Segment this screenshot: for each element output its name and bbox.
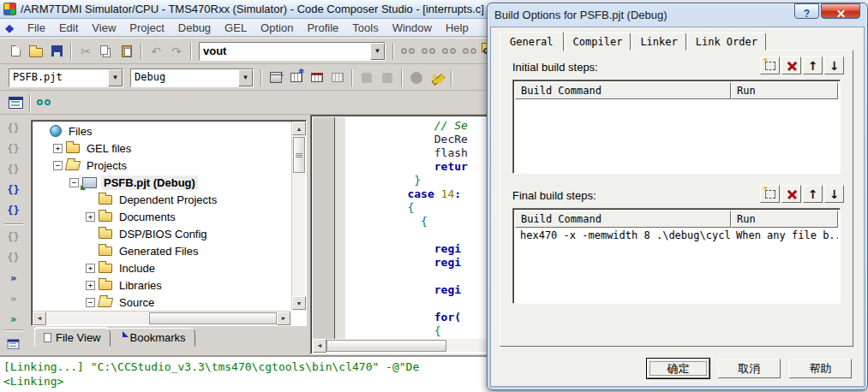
chevron-down-icon[interactable]: ▼ bbox=[370, 43, 385, 60]
dialog-close-button[interactable] bbox=[821, 3, 860, 19]
incremental-build-button[interactable] bbox=[286, 68, 307, 87]
tree-item[interactable]: Files bbox=[33, 122, 290, 140]
cut-button[interactable]: ✂ bbox=[75, 41, 96, 61]
search-help-button[interactable] bbox=[459, 41, 480, 61]
step-out-button[interactable]: {} bbox=[3, 159, 25, 180]
copy-button[interactable] bbox=[96, 41, 117, 61]
help-button[interactable]: 帮助 bbox=[789, 359, 852, 378]
project-combobox[interactable]: PSFB.pjt ▼ bbox=[9, 68, 123, 87]
menu-window[interactable]: Window bbox=[386, 20, 439, 36]
project-value[interactable]: PSFB.pjt bbox=[9, 69, 108, 86]
find-word-button[interactable] bbox=[439, 41, 459, 61]
scroll-left-icon[interactable]: ◄ bbox=[33, 312, 46, 325]
chevron-down-icon[interactable]: ▼ bbox=[238, 69, 253, 86]
undo-button[interactable]: ↶ bbox=[146, 41, 166, 61]
menu-view[interactable]: View bbox=[85, 20, 123, 36]
column-header[interactable]: Build Command bbox=[515, 211, 731, 228]
scroll-left-icon[interactable]: ◄ bbox=[313, 339, 326, 353]
column-header[interactable]: Build Command bbox=[515, 82, 731, 99]
dialog-help-button[interactable]: ? bbox=[794, 3, 819, 19]
menu-project[interactable]: Project bbox=[123, 20, 171, 36]
move-step-up-button[interactable]: ↑ bbox=[803, 185, 823, 203]
set-pc-to-cursor-button[interactable]: {} bbox=[3, 247, 25, 268]
breakpoint-margin[interactable] bbox=[313, 117, 335, 339]
new-document-button[interactable] bbox=[5, 41, 26, 61]
rebuild-all-button[interactable] bbox=[307, 68, 327, 87]
quick-watch-button[interactable] bbox=[34, 93, 55, 113]
save-button[interactable] bbox=[46, 41, 67, 61]
find-next-button[interactable] bbox=[398, 41, 418, 61]
tree-item[interactable]: +Libraries bbox=[33, 276, 290, 294]
configuration-value[interactable]: Debug bbox=[131, 69, 238, 86]
expand-plus-icon[interactable]: + bbox=[53, 144, 63, 153]
step-over-button[interactable]: {} bbox=[3, 139, 25, 159]
table-row[interactable]: hex470 -x -memwidth 8 .\debug\cyclone...… bbox=[515, 228, 838, 244]
menu-edit[interactable]: Edit bbox=[52, 20, 85, 36]
cancel-button[interactable]: 取消 bbox=[718, 359, 781, 378]
search-combobox[interactable]: vout ▼ bbox=[199, 42, 386, 61]
step-into-button[interactable]: {} bbox=[3, 118, 25, 139]
search-value[interactable]: vout bbox=[200, 43, 370, 60]
final-build-steps-table[interactable]: Build CommandRunhex470 -x -memwidth 8 .\… bbox=[512, 208, 841, 304]
tab-file-view[interactable]: File View bbox=[34, 328, 111, 347]
tree-vertical-scrollbar[interactable]: ▲ ▼ bbox=[291, 122, 305, 310]
table-cell[interactable]: hex470 -x -memwidth 8 .\debug\cyclone... bbox=[515, 228, 731, 244]
tab-bookmarks[interactable]: Bookmarks bbox=[109, 328, 195, 347]
paste-button[interactable] bbox=[117, 41, 137, 61]
scroll-up-icon[interactable]: ▲ bbox=[292, 122, 306, 135]
tree-item[interactable]: −Source bbox=[33, 294, 290, 310]
chevron-down-icon[interactable]: ▼ bbox=[108, 69, 123, 86]
animate-button[interactable]: » bbox=[3, 309, 25, 330]
column-header[interactable]: Run bbox=[731, 211, 838, 228]
move-step-down-button[interactable]: ↓ bbox=[824, 56, 844, 74]
dialog-tab-compiler[interactable]: Compiler bbox=[565, 33, 632, 50]
dialog-tab-general[interactable]: General bbox=[500, 32, 564, 51]
scroll-down-icon[interactable]: ▼ bbox=[292, 296, 306, 310]
delete-step-button[interactable] bbox=[781, 56, 801, 74]
stop-build-button[interactable] bbox=[327, 68, 348, 87]
tree-item[interactable]: +GEL files bbox=[33, 140, 290, 157]
table-body[interactable] bbox=[515, 99, 838, 171]
tree-item[interactable]: −PSFB.pjt (Debug) bbox=[33, 174, 290, 191]
halt-processor-button[interactable]: » bbox=[3, 288, 25, 309]
menu-gel[interactable]: GEL bbox=[218, 20, 254, 36]
compile-file-button[interactable] bbox=[266, 68, 286, 87]
table-body[interactable]: hex470 -x -memwidth 8 .\debug\cyclone...… bbox=[515, 228, 838, 301]
column-header[interactable]: Run bbox=[731, 82, 838, 99]
asm-step-over-button[interactable]: {} bbox=[3, 200, 25, 221]
probe-point-button[interactable] bbox=[356, 68, 377, 87]
menu-debug[interactable]: Debug bbox=[171, 20, 218, 36]
scrollbar-thumb[interactable] bbox=[293, 137, 305, 173]
collapse-minus-icon[interactable]: − bbox=[53, 161, 63, 170]
dialog-tab-linker[interactable]: Linker bbox=[632, 33, 685, 50]
move-step-down-button[interactable]: ↓ bbox=[824, 185, 844, 203]
table-cell[interactable]: When any file b... bbox=[731, 228, 838, 244]
run-to-cursor-button[interactable]: {} bbox=[3, 228, 25, 248]
move-step-up-button[interactable]: ↑ bbox=[803, 56, 823, 74]
editor-horizontal-scrollbar[interactable]: ◄ bbox=[313, 339, 510, 352]
tree-item[interactable]: +Documents bbox=[33, 208, 290, 225]
ok-button[interactable]: 确定 bbox=[647, 359, 709, 378]
expand-plus-icon[interactable]: + bbox=[86, 264, 95, 273]
tree-item[interactable]: Generated Files bbox=[33, 242, 290, 259]
tree-item[interactable]: Dependent Projects bbox=[33, 191, 290, 208]
expand-plus-icon[interactable]: + bbox=[86, 212, 95, 222]
scrollbar-thumb[interactable] bbox=[149, 312, 277, 324]
scroll-right-icon[interactable]: ► bbox=[277, 312, 290, 325]
menu-profile[interactable]: Profile bbox=[300, 20, 345, 36]
collapse-minus-icon[interactable]: − bbox=[86, 298, 95, 307]
collapse-minus-icon[interactable]: − bbox=[69, 178, 79, 187]
menu-help[interactable]: Help bbox=[439, 20, 476, 36]
halt-button[interactable] bbox=[406, 68, 427, 87]
menu-tools[interactable]: Tools bbox=[345, 20, 385, 36]
initial-build-steps-table[interactable]: Build CommandRun bbox=[512, 80, 841, 174]
configuration-combobox[interactable]: Debug ▼ bbox=[130, 68, 254, 87]
asm-step-into-button[interactable]: {} bbox=[3, 180, 25, 200]
delete-step-button[interactable] bbox=[781, 185, 801, 203]
remove-probe-points-button[interactable] bbox=[377, 68, 398, 87]
build-options-button[interactable] bbox=[427, 68, 447, 87]
dialog-tab-link-order[interactable]: Link Order bbox=[687, 33, 766, 50]
add-step-button[interactable] bbox=[760, 56, 780, 74]
menu-file[interactable]: File bbox=[21, 20, 52, 36]
tree-item[interactable]: −Projects bbox=[33, 157, 290, 174]
